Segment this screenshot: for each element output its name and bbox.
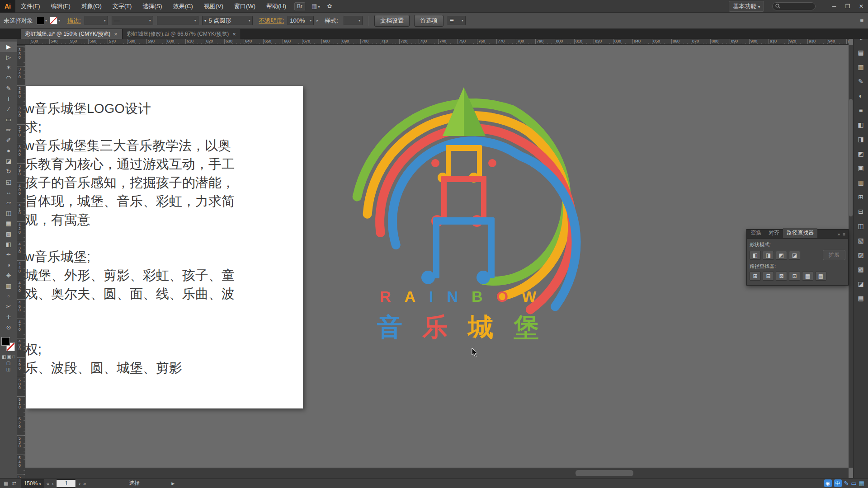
eraser-tool[interactable]: ◪ [0,156,17,166]
previous-artboard-button[interactable]: ‹ [52,481,54,486]
status-flyout-icon[interactable]: ▶ [171,481,175,486]
artboard[interactable]: w音乐城堡LOGO设计求;w音乐城堡集三大音乐教学法，以奥乐教育为核心，通过游戏… [26,86,303,408]
color-panel-icon[interactable]: ▤ [855,47,867,58]
draw-mode-icon[interactable]: ▢ [0,361,17,366]
paintbrush-tool[interactable]: ✏ [0,125,17,135]
brushes-panel-icon[interactable]: ✎ [855,75,867,87]
horizontal-ruler[interactable]: 5305405505605705805906006106206306406506… [25,39,849,45]
menu-select[interactable]: 选择(S) [137,0,167,13]
ime-keyboard-icon[interactable]: ▭ [851,480,856,487]
exclude-button[interactable]: ◪ [789,251,800,260]
close-button[interactable]: ✕ [854,0,868,13]
info-panel-icon[interactable]: ▤ [855,292,867,304]
gradient-tool[interactable]: ◧ [0,239,17,249]
control-panel-menu-icon[interactable]: ≡ [860,17,863,24]
bridge-button[interactable]: Br [294,2,305,10]
type-tool[interactable]: T [0,94,17,104]
color-mode-icon-2[interactable]: ▣ [7,354,11,359]
shape-builder-tool[interactable]: ◫ [0,208,17,218]
hand-tool[interactable]: ✛ [0,312,17,322]
color-mode-icon-3[interactable]: □ [12,354,15,359]
status-flow-icon[interactable]: ⇄ [12,480,16,486]
lasso-tool[interactable]: ◠ [0,73,17,83]
artboard-text-block[interactable]: w音乐城堡LOGO设计求;w音乐城堡集三大音乐教学法，以奥乐教育为核心，通过游戏… [25,99,314,377]
opacity-flyout-icon[interactable]: ▸ [316,19,318,23]
merge-button[interactable]: ⊠ [776,272,787,281]
menu-view[interactable]: 视图(V) [198,0,229,13]
tab-close-icon[interactable]: × [232,31,236,38]
panel-tab-1[interactable]: 变换 [747,228,765,238]
ime-lang-zh[interactable]: 中 [834,479,842,487]
restore-button[interactable]: ❐ [841,0,854,13]
variable-width-combo[interactable]: —▾ [112,16,153,25]
swatches-panel-icon[interactable]: ▦ [855,61,867,73]
document-setup-button[interactable]: 文档设置 [374,15,410,27]
blend-tool[interactable]: ◑ [0,260,17,270]
stroke-weight-link[interactable]: 描边: [67,17,81,25]
free-transform-tool[interactable]: ▱ [0,197,17,208]
outline-button[interactable]: ▦ [802,272,813,281]
panel-chevrons-icon[interactable]: »≡ [835,232,848,238]
cs-live-icon[interactable]: ✿ [327,3,332,9]
color-mode-icon-1[interactable]: ◧ [2,354,6,359]
gradient-panel-icon[interactable]: ◧ [855,119,867,131]
canvas[interactable]: w音乐城堡LOGO设计求;w音乐城堡集三大音乐教学法，以奥乐教育为核心，通过游戏… [25,45,849,468]
transform-panel-icon[interactable]: ▧ [855,235,867,246]
minus-back-button[interactable]: ▤ [815,272,826,281]
mesh-tool[interactable]: ▩ [0,229,17,239]
panel-tab-3[interactable]: 路径查找器 [783,228,817,238]
rectangle-tool[interactable]: ▭ [0,114,17,125]
first-artboard-button[interactable]: « [47,481,49,486]
zoom-tool[interactable]: ⊙ [0,322,17,333]
slice-tool[interactable]: ✂ [0,301,17,312]
style-combo[interactable]: ▾ [344,16,363,25]
rotate-tool[interactable]: ↻ [0,166,17,177]
align-panel-icon[interactable]: ⊟ [855,206,867,217]
baidu-ime-badge[interactable]: ◉ [824,479,832,487]
crop-button[interactable]: ⊡ [789,272,800,281]
stroke-swatch-arrow-icon[interactable]: ▾ [58,19,60,23]
expand-button[interactable]: 扩展 [823,250,845,260]
stroke-weight-combo[interactable]: ▾ [85,16,108,25]
line-segment-tool[interactable]: ∕ [0,104,17,114]
trim-button[interactable]: ⊟ [763,272,774,281]
toolbar-fill-swatch[interactable] [1,337,10,346]
perspective-grid-tool[interactable]: ▦ [0,218,17,229]
divide-button[interactable]: ⊞ [750,272,761,281]
stroke-panel-icon[interactable]: ≡ [855,104,867,116]
vertical-scrollbar[interactable] [849,45,853,468]
selection-tool[interactable]: ▶ [0,42,17,52]
fill-swatch-arrow-icon[interactable]: ▾ [45,19,47,23]
rainbow-castle-logo[interactable]: RAINBOW 音乐城堡 [348,84,601,355]
horizontal-scrollbar[interactable] [25,468,849,478]
symbol-sprayer-tool[interactable]: ❉ [0,270,17,281]
layers-panel-icon[interactable]: ▥ [855,177,867,188]
vertical-ruler[interactable]: 3 3 03 4 03 5 03 6 03 7 03 8 03 9 04 0 0… [17,45,25,478]
width-tool[interactable]: ↔ [0,187,17,197]
menu-window[interactable]: 窗口(W) [229,0,261,13]
menu-edit[interactable]: 编辑(E) [46,0,76,13]
minimize-button[interactable]: ─ [827,0,841,13]
align-options-combo[interactable]: ☰▾ [448,16,466,25]
column-graph-tool[interactable]: ▥ [0,281,17,291]
graphic-styles-panel-icon[interactable]: ▣ [855,162,867,174]
eyedropper-tool[interactable]: ✒ [0,249,17,260]
next-artboard-button[interactable]: › [79,481,80,486]
tab-close-icon[interactable]: × [114,31,118,38]
panel-tab-2[interactable]: 对齐 [765,228,783,238]
document-tab-1[interactable]: 彩虹城堡.ai* @ 150% (CMYK/预览)× [21,29,123,39]
pen-tool[interactable]: ✎ [0,83,17,94]
pencil-tool[interactable]: ✐ [0,135,17,145]
symbols-panel-icon[interactable]: ◐ [855,90,867,102]
preferences-button[interactable]: 首选项 [414,15,443,27]
ime-settings-icon[interactable]: ▦ [859,480,864,487]
fill-stroke-widget[interactable] [1,337,16,352]
stroke-swatch[interactable] [50,17,57,24]
workspace-switcher[interactable]: 基本功能 ▾ [729,1,764,12]
zoom-level-combo[interactable]: 150% ▾ [21,479,44,488]
character-panel-icon[interactable]: ▨ [855,249,867,261]
unite-button[interactable]: ◧ [750,251,761,260]
menu-help[interactable]: 帮助(H) [261,0,292,13]
paragraph-panel-icon[interactable]: ▩ [855,263,867,275]
menu-file[interactable]: 文件(F) [15,0,46,13]
